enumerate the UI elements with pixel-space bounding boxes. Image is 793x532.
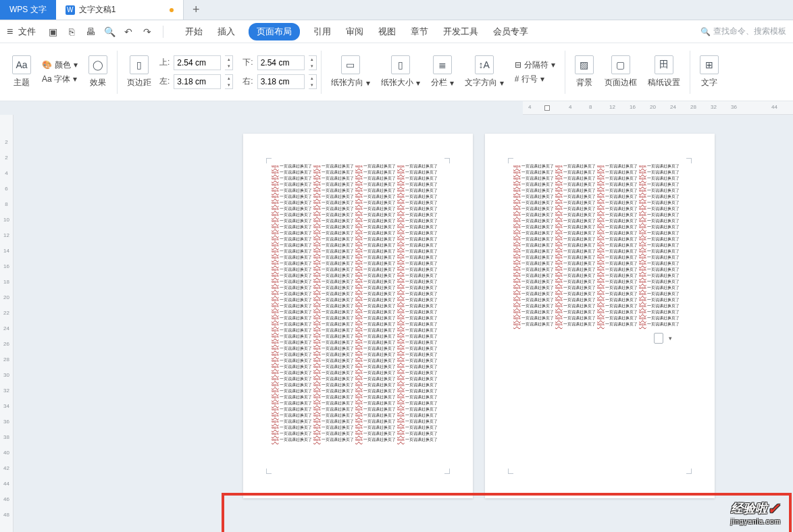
app-name: WPS 文字 bbox=[0, 0, 56, 20]
tab-view[interactable]: 视图 bbox=[377, 23, 397, 41]
textbox-button[interactable]: ⊞文字 bbox=[694, 43, 724, 101]
indent-marker[interactable] bbox=[544, 105, 550, 111]
margin-right-input[interactable] bbox=[257, 74, 305, 89]
tab-insert[interactable]: 插入 bbox=[216, 23, 236, 41]
page-1-content[interactable]: wps 一页说课赶换页了 wps 一页说课赶换页了 wps 一页说课赶换页了 w… bbox=[272, 163, 444, 443]
file-menu[interactable]: 文件 bbox=[18, 26, 36, 38]
unsaved-dot-icon bbox=[170, 8, 174, 12]
watermark: 经验啦✓ jingyanla.com bbox=[731, 500, 781, 525]
margin-corner bbox=[508, 469, 513, 474]
watermark-brand: 经验啦 bbox=[731, 502, 767, 515]
redo-icon[interactable]: ↷ bbox=[140, 24, 155, 39]
margin-corner bbox=[266, 469, 272, 474]
watermark-url: jingyanla.com bbox=[731, 518, 781, 525]
bg-icon: ▨ bbox=[575, 55, 594, 74]
theme-label: 主题 bbox=[14, 77, 30, 88]
search-box[interactable]: 🔍 查找命令、搜索模板 bbox=[700, 26, 786, 37]
size-button[interactable]: ▯纸张大小▾ bbox=[376, 43, 426, 101]
search-placeholder: 查找命令、搜索模板 bbox=[713, 26, 786, 37]
bg-button[interactable]: ▨背景 bbox=[569, 43, 599, 101]
break-icon: ⊟ bbox=[515, 60, 521, 70]
separator bbox=[321, 51, 322, 94]
margin-inputs: 上: ▴▾ 下: ▴▾ 左: ▴▾ 右: ▴▾ bbox=[159, 55, 317, 89]
font-button[interactable]: Aa 字体▾ bbox=[42, 74, 77, 85]
margin-left-input[interactable] bbox=[174, 74, 221, 89]
export-icon[interactable]: ⎘ bbox=[64, 24, 79, 39]
margin-icon: ▯ bbox=[130, 55, 149, 74]
tab-review[interactable]: 审阅 bbox=[344, 23, 365, 41]
save-icon[interactable]: ▣ bbox=[45, 24, 60, 39]
theme-group[interactable]: Aa 主题 bbox=[7, 43, 36, 101]
orientation-icon: ▭ bbox=[341, 55, 360, 74]
page-2-content[interactable]: wps 一页说课赶换页了 wps 一页说课赶换页了 wps 一页说课赶换页了 w… bbox=[513, 163, 686, 327]
document-tab[interactable]: W 文字文稿1 bbox=[56, 0, 184, 20]
break-button[interactable]: ⊟分隔符▾ bbox=[515, 59, 555, 71]
margin-corner bbox=[444, 469, 450, 474]
grid-button[interactable]: 田稿纸设置 bbox=[642, 43, 686, 101]
border-button[interactable]: ▢页面边框 bbox=[599, 43, 642, 101]
doc-icon: W bbox=[66, 5, 75, 15]
margin-top-input[interactable] bbox=[174, 55, 221, 70]
tab-dev[interactable]: 开发工具 bbox=[442, 23, 480, 41]
preview-icon[interactable]: 🔍 bbox=[102, 24, 117, 39]
separator bbox=[117, 51, 118, 94]
ribbon-tabs: 开始 插入 页面布局 引用 审阅 视图 章节 开发工具 会员专享 bbox=[184, 23, 530, 41]
tab-vip[interactable]: 会员专享 bbox=[492, 23, 530, 41]
chevron-down-icon: ▾ bbox=[73, 74, 77, 84]
right-label: 右: bbox=[242, 76, 253, 87]
bottom-label: 下: bbox=[242, 57, 253, 68]
margin-corner bbox=[508, 158, 513, 163]
effect-icon: ◯ bbox=[88, 55, 107, 74]
columns-button[interactable]: ≣分栏▾ bbox=[426, 43, 459, 101]
chevron-down-icon: ▾ bbox=[540, 74, 544, 84]
lineno-button[interactable]: #行号▾ bbox=[515, 74, 545, 85]
top-label: 上: bbox=[159, 57, 170, 68]
margin-group[interactable]: ▯ 页边距 bbox=[122, 43, 157, 101]
ruler-horizontal[interactable]: 4481216202428323644 bbox=[523, 101, 793, 115]
spinner[interactable]: ▴▾ bbox=[225, 55, 233, 70]
separator bbox=[565, 51, 565, 94]
text-dir-icon: ↕A bbox=[475, 55, 494, 74]
left-label: 左: bbox=[159, 76, 170, 87]
effect-group[interactable]: ◯ 效果 bbox=[83, 43, 113, 101]
chevron-down-icon: ▾ bbox=[416, 78, 420, 88]
theme-icon: Aa bbox=[12, 55, 31, 74]
page-1[interactable]: wps 一页说课赶换页了 wps 一页说课赶换页了 wps 一页说课赶换页了 w… bbox=[243, 134, 473, 498]
annotation-highlight bbox=[222, 493, 792, 532]
titlebar: WPS 文字 W 文字文稿1 + bbox=[0, 0, 793, 20]
text-dir-button[interactable]: ↕A文字方向▾ bbox=[459, 43, 509, 101]
ruler-vertical[interactable]: 2246810121416182022242628303234363840424… bbox=[0, 115, 14, 532]
chevron-down-icon: ▾ bbox=[450, 78, 454, 88]
tab-reference[interactable]: 引用 bbox=[312, 23, 332, 41]
tab-page-layout[interactable]: 页面布局 bbox=[249, 23, 300, 41]
separator bbox=[163, 26, 163, 38]
undo-icon[interactable]: ↶ bbox=[121, 24, 136, 39]
paste-options-icon[interactable] bbox=[654, 333, 663, 344]
margin-bottom-input[interactable] bbox=[257, 55, 305, 70]
margin-corner bbox=[686, 158, 692, 163]
print-icon[interactable]: 🖶 bbox=[83, 24, 98, 39]
color-button[interactable]: 🎨颜色▾ bbox=[42, 59, 78, 71]
hamburger-icon[interactable]: ≡ bbox=[7, 26, 13, 38]
columns-icon: ≣ bbox=[433, 55, 452, 74]
color-font-group: 🎨颜色▾ Aa 字体▾ bbox=[36, 43, 83, 101]
search-icon: 🔍 bbox=[700, 27, 711, 36]
separator bbox=[690, 51, 690, 94]
spinner[interactable]: ▴▾ bbox=[309, 55, 317, 70]
ribbon: Aa 主题 🎨颜色▾ Aa 字体▾ ◯ 效果 ▯ 页边距 上: ▴▾ 下: ▴▾… bbox=[0, 43, 793, 101]
page-2[interactable]: wps 一页说课赶换页了 wps 一页说课赶换页了 wps 一页说课赶换页了 w… bbox=[485, 134, 715, 498]
margin-corner bbox=[686, 469, 692, 474]
spinner[interactable]: ▴▾ bbox=[225, 74, 233, 89]
tab-chapter[interactable]: 章节 bbox=[409, 23, 430, 41]
margin-corner bbox=[266, 158, 272, 163]
spinner[interactable]: ▴▾ bbox=[309, 74, 317, 89]
add-tab-button[interactable]: + bbox=[184, 0, 208, 20]
doc-title: 文字文稿1 bbox=[79, 4, 116, 16]
orientation-button[interactable]: ▭纸张方向▾ bbox=[326, 43, 376, 101]
lineno-icon: # bbox=[515, 74, 519, 84]
palette-icon: 🎨 bbox=[42, 60, 52, 70]
document-area: 4481216202428323644 22468101214161820222… bbox=[0, 101, 793, 532]
tab-start[interactable]: 开始 bbox=[184, 23, 204, 41]
menubar: ≡ 文件 ▣ ⎘ 🖶 🔍 ↶ ↷ 开始 插入 页面布局 引用 审阅 视图 章节 … bbox=[0, 20, 793, 43]
check-icon: ✓ bbox=[767, 500, 779, 517]
